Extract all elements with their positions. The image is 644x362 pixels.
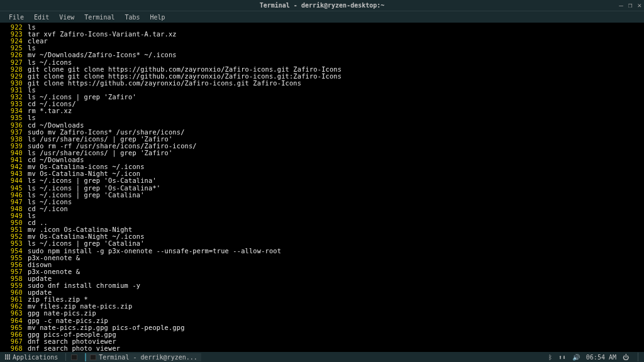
maximize-button[interactable]: ❐: [628, 1, 633, 9]
history-number: 927: [3, 59, 23, 66]
history-line: 933cd ~/.icons/: [3, 101, 641, 107]
taskbar-left: Applications Terminal - derrik@ryzen...: [3, 353, 201, 361]
power-icon[interactable]: ⏻: [623, 354, 629, 361]
history-line: 955p3x-onenote &: [3, 255, 641, 261]
history-line: 935ls: [3, 114, 641, 121]
taskbar-task-terminal[interactable]: Terminal - derrik@ryzen...: [85, 353, 201, 361]
history-command: tar xvf Zafiro-Icons-Variant-A.tar.xz: [28, 30, 177, 38]
history-line: 940ls /usr/share/icons/ | grep 'Zafiro': [3, 150, 641, 156]
menubar: File Edit View Terminal Tabs Help: [0, 11, 644, 23]
history-number: 926: [3, 52, 23, 58]
pinned-files-icon[interactable]: [71, 354, 77, 360]
task-title: Terminal - derrik@ryzen...: [99, 354, 197, 361]
history-line: 957p3x-onenote &: [3, 268, 641, 275]
menu-file[interactable]: File: [4, 13, 29, 22]
history-line: 954sudo npm install -g p3x-onenote --uns…: [3, 248, 641, 255]
history-line: 923tar xvf Zafiro-Icons-Variant-A.tar.xz: [3, 31, 641, 38]
history-number: 945: [3, 185, 23, 192]
menu-edit[interactable]: Edit: [29, 13, 54, 22]
history-line: 947ls ~/.icons: [3, 199, 641, 206]
bluetooth-icon[interactable]: ᛒ: [548, 354, 552, 361]
clock[interactable]: 06:54 AM: [586, 354, 616, 361]
history-line: 932ls ~/.icons | grep 'Zafiro': [3, 94, 641, 101]
taskbar-separator: [65, 353, 66, 361]
history-number: 944: [3, 177, 23, 184]
window-controls: — ❐ ✕: [619, 1, 641, 9]
menu-tabs[interactable]: Tabs: [119, 13, 145, 22]
menu-help[interactable]: Help: [145, 13, 170, 22]
history-number: 963: [3, 310, 23, 317]
applications-button[interactable]: Applications: [3, 353, 60, 361]
applications-label: Applications: [13, 354, 58, 361]
history-command: git clone https://github.com/zayronxio/Z…: [28, 79, 301, 87]
history-line: 949ls: [3, 212, 641, 219]
history-line: 934rm *.tar.xz: [3, 107, 641, 114]
menu-terminal[interactable]: Terminal: [79, 13, 119, 22]
network-icon[interactable]: ⬆⬇: [558, 354, 566, 361]
history-line: 948cd ~/.icon: [3, 206, 641, 212]
history-line: 926mv ~/Downloads/Zafiro-Icons* ~/.icons: [3, 52, 641, 58]
minimize-button[interactable]: —: [619, 1, 623, 9]
taskbar-right: ᛒ ⬆⬇ 🔊 06:54 AM ⏻: [548, 353, 641, 361]
history-line: 960update: [3, 289, 641, 296]
history-line: 956disown: [3, 261, 641, 268]
history-number: 935: [3, 114, 23, 121]
history-line: 930git clone https://github.com/zayronxi…: [3, 80, 641, 87]
window-titlebar: Terminal - derrik@ryzen-desktop:~ — ❐ ✕: [0, 0, 644, 11]
history-number: 953: [3, 240, 23, 247]
window-title: Terminal - derrik@ryzen-desktop:~: [260, 2, 385, 9]
history-line: 924clear: [3, 38, 641, 45]
close-button[interactable]: ✕: [637, 1, 641, 9]
volume-icon[interactable]: 🔊: [572, 354, 580, 361]
terminal-icon: [90, 354, 96, 360]
history-line: 959sudo dnf install chromium -y: [3, 282, 641, 289]
applications-icon: [5, 354, 10, 359]
show-desktop-button[interactable]: [638, 353, 641, 361]
terminal-output[interactable]: 922ls923tar xvf Zafiro-Icons-Variant-A.t…: [0, 23, 644, 352]
history-line: 946ls ~/.icons | grep 'Catalina': [3, 192, 641, 199]
history-number: 954: [3, 248, 23, 255]
menu-view[interactable]: View: [54, 13, 79, 22]
history-line: 962mv files.zip nate-pics.zip: [3, 303, 641, 310]
history-number: 936: [3, 122, 23, 129]
taskbar: Applications Terminal - derrik@ryzen... …: [0, 352, 644, 362]
